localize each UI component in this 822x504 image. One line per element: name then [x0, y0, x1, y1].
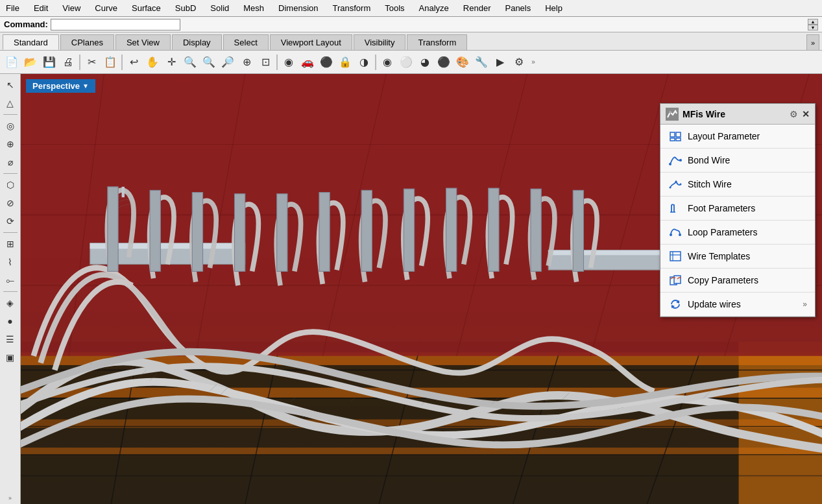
menu-item-curve[interactable]: Curve: [93, 3, 119, 14]
toolbar-icon-23[interactable]: 🎨: [453, 53, 472, 71]
menu-item-dimension[interactable]: Dimension: [276, 3, 320, 14]
toolbar-icon-9[interactable]: 🔍: [181, 53, 199, 71]
svg-rect-59: [670, 132, 675, 137]
svg-rect-71: [670, 252, 681, 261]
left-tool-8[interactable]: ⊞: [2, 235, 19, 252]
toolbar-tab-display[interactable]: Display: [172, 34, 222, 50]
toolbar-tab-visibility[interactable]: Visibility: [354, 34, 406, 50]
toolbar-icon-10[interactable]: 🔍: [200, 53, 218, 71]
left-tool-1[interactable]: △: [2, 95, 19, 112]
toolbar-icon-20[interactable]: ⚪: [397, 53, 415, 71]
left-tool-14[interactable]: ▣: [2, 349, 19, 366]
mfis-label-4: Loop Parameters: [688, 227, 757, 237]
menu-item-surface[interactable]: Surface: [130, 3, 163, 14]
svg-rect-29: [548, 250, 675, 256]
mfis-icon-bond: [668, 153, 683, 167]
mfis-item-bond-wire[interactable]: Bond Wire: [660, 149, 815, 173]
menu-item-render[interactable]: Render: [461, 3, 493, 14]
left-tool-9[interactable]: ⌇: [2, 254, 19, 270]
toolbar-icon-21[interactable]: ◕: [416, 53, 434, 71]
left-tool-7[interactable]: ⟳: [2, 213, 19, 230]
mfis-icon-foot: [668, 201, 683, 215]
left-tool-10[interactable]: ⟜: [2, 272, 19, 289]
toolbar-icon-3[interactable]: 🖨: [59, 53, 77, 71]
toolbar-icon-6[interactable]: ↩: [125, 53, 143, 71]
svg-rect-75: [674, 276, 681, 283]
left-tool-12[interactable]: ●: [2, 313, 19, 330]
menu-item-view[interactable]: View: [60, 3, 82, 14]
left-toolbar-more[interactable]: »: [8, 495, 12, 501]
mfis-item-loop-parameters[interactable]: Loop Parameters: [660, 221, 815, 245]
perspective-button[interactable]: Perspective ▼: [26, 79, 95, 93]
menu-item-tools[interactable]: Tools: [383, 3, 406, 14]
menu-item-analyze[interactable]: Analyze: [417, 3, 451, 14]
mfis-close-button[interactable]: ✕: [802, 109, 810, 119]
scroll-down[interactable]: ▼: [808, 25, 818, 30]
toolbar-icon-4[interactable]: ✂: [82, 53, 101, 71]
toolbar-icon-15[interactable]: 🚗: [298, 53, 317, 71]
mfis-item-wire-templates[interactable]: Wire Templates: [660, 245, 815, 269]
viewport-canvas[interactable]: Perspective ▼ MFis Wire ⚙ ✕: [21, 74, 822, 504]
command-input[interactable]: [51, 19, 180, 30]
left-tool-5[interactable]: ⬡: [2, 176, 19, 193]
toolbar-tab-transform[interactable]: Transform: [407, 34, 467, 50]
toolbar-icon-16[interactable]: ⚫: [317, 53, 335, 71]
toolbar-icon-25[interactable]: ▶: [491, 53, 509, 71]
menu-item-mesh[interactable]: Mesh: [241, 3, 266, 14]
left-separator: [3, 291, 18, 292]
viewport-label: Perspective ▼: [26, 79, 95, 93]
toolbar-tab-set-view[interactable]: Set View: [115, 34, 171, 50]
toolbar-tab-select[interactable]: Select: [223, 34, 269, 50]
toolbar-icon-24[interactable]: 🔧: [472, 53, 490, 71]
menu-item-help[interactable]: Help: [543, 3, 564, 14]
toolbar-icon-7[interactable]: ✋: [143, 53, 162, 71]
toolbar-icon-17[interactable]: 🔒: [336, 53, 354, 71]
menu-item-edit[interactable]: Edit: [32, 3, 50, 14]
mfis-item-copy-parameters[interactable]: Copy Parameters: [660, 269, 815, 293]
toolbar-icon-13[interactable]: ⊡: [256, 53, 274, 71]
toolbar-icon-1[interactable]: 📂: [21, 53, 40, 71]
left-tool-2[interactable]: ◎: [2, 117, 19, 134]
scroll-up[interactable]: ▲: [808, 19, 818, 25]
left-tool-0[interactable]: ↖: [2, 77, 19, 93]
toolbar-tab-cplanes[interactable]: CPlanes: [60, 34, 114, 50]
left-tool-4[interactable]: ⌀: [2, 154, 19, 171]
svg-rect-57: [573, 190, 583, 271]
toolbar-icon-22[interactable]: ⚫: [435, 53, 453, 71]
svg-rect-60: [676, 132, 681, 137]
toolbar-icon-2[interactable]: 💾: [40, 53, 58, 71]
toolbar-icon-19[interactable]: ◉: [378, 53, 396, 71]
toolbar-icon-0[interactable]: 📄: [3, 53, 21, 71]
toolbar-icon-18[interactable]: ◑: [355, 53, 373, 71]
toolbar-icon-14[interactable]: ◉: [280, 53, 298, 71]
left-tool-13[interactable]: ☰: [2, 331, 19, 348]
mfis-item-layout-parameter[interactable]: Layout Parameter: [660, 125, 815, 149]
mfis-item-update-wires[interactable]: Update wires»: [660, 293, 815, 317]
left-tool-6[interactable]: ⊘: [2, 195, 19, 211]
menu-item-panels[interactable]: Panels: [503, 3, 533, 14]
toolbar-icon-5[interactable]: 📋: [101, 53, 119, 71]
left-tool-3[interactable]: ⊕: [2, 136, 19, 152]
toolbar-icon-11[interactable]: 🔎: [219, 53, 237, 71]
mfis-item-stitch-wire[interactable]: Stitch Wire: [660, 173, 815, 197]
mfis-icon-update: [668, 297, 683, 311]
menu-item-file[interactable]: File: [4, 3, 21, 14]
menu-item-subd[interactable]: SubD: [173, 3, 199, 14]
toolbar-icon-12[interactable]: ⊕: [237, 53, 256, 71]
toolbar-tab-viewport-layout[interactable]: Viewport Layout: [270, 34, 352, 50]
left-tool-11[interactable]: ◈: [2, 294, 19, 311]
toolbar-separator: [79, 54, 80, 70]
mfis-gear-button[interactable]: ⚙: [790, 109, 798, 119]
toolbar-icons-more[interactable]: »: [529, 53, 538, 71]
toolbar-tabs-more[interactable]: »: [806, 34, 819, 50]
svg-point-66: [675, 181, 677, 183]
toolbar-icon-8[interactable]: ✛: [162, 53, 180, 71]
svg-rect-47: [150, 190, 160, 271]
command-scroll: ▲ ▼: [808, 19, 818, 30]
toolbar-icon-26[interactable]: ⚙: [510, 53, 528, 71]
mfis-item-foot-parameters[interactable]: Foot Parameters: [660, 197, 815, 221]
mfis-icon-copy: [668, 273, 683, 287]
toolbar-tab-standard[interactable]: Standard: [3, 34, 59, 50]
menu-item-solid[interactable]: Solid: [208, 3, 231, 14]
menu-item-transform[interactable]: Transform: [330, 3, 372, 14]
